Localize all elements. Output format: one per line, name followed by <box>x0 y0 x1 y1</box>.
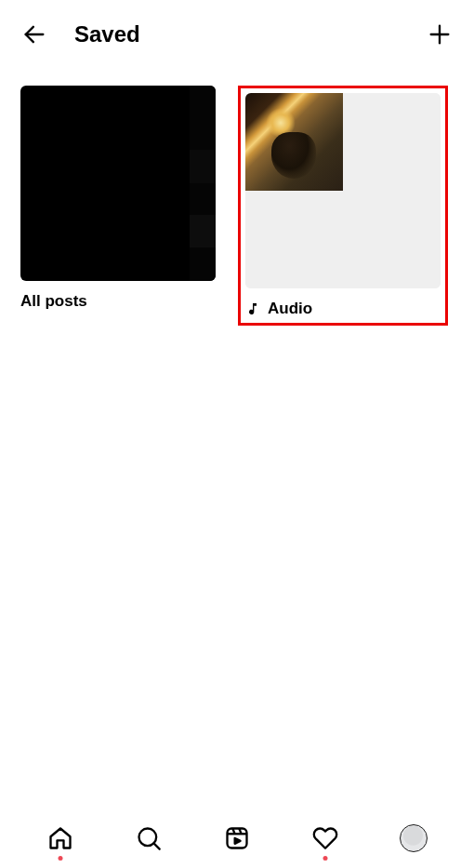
bottom-nav <box>0 808 474 868</box>
back-button[interactable] <box>20 20 48 48</box>
all-posts-thumbnail <box>20 86 216 281</box>
audio-thumb-tile <box>344 93 441 191</box>
nav-search[interactable] <box>128 818 169 859</box>
collections-grid: All posts Audio <box>0 69 474 342</box>
notification-dot <box>59 856 63 861</box>
audio-label-text: Audio <box>268 300 312 318</box>
audio-thumb-tile <box>245 93 343 191</box>
audio-thumb-tile <box>245 192 343 289</box>
heart-icon <box>312 825 338 851</box>
svg-line-4 <box>154 843 160 848</box>
search-icon <box>136 825 162 851</box>
reels-icon <box>224 825 250 851</box>
collection-all-posts[interactable]: All posts <box>20 86 216 326</box>
page-title: Saved <box>74 21 140 47</box>
audio-thumbnail <box>245 93 441 288</box>
header-left: Saved <box>20 20 140 48</box>
collection-label: All posts <box>20 292 216 311</box>
highlight-box: Audio <box>238 86 448 326</box>
collection-audio[interactable]: Audio <box>245 93 441 318</box>
header: Saved <box>0 0 474 69</box>
nav-reels[interactable] <box>217 818 257 859</box>
back-arrow-icon <box>21 21 47 47</box>
add-collection-button[interactable] <box>426 20 454 48</box>
nav-activity[interactable] <box>305 818 346 859</box>
plus-icon <box>427 21 453 47</box>
collection-label: Audio <box>245 300 441 318</box>
home-icon <box>47 825 73 851</box>
music-note-icon <box>245 301 260 316</box>
audio-thumb-tile <box>344 192 441 289</box>
notification-dot <box>323 856 327 861</box>
profile-avatar-icon <box>400 824 428 852</box>
nav-profile[interactable] <box>393 818 434 859</box>
nav-home[interactable] <box>40 818 81 859</box>
